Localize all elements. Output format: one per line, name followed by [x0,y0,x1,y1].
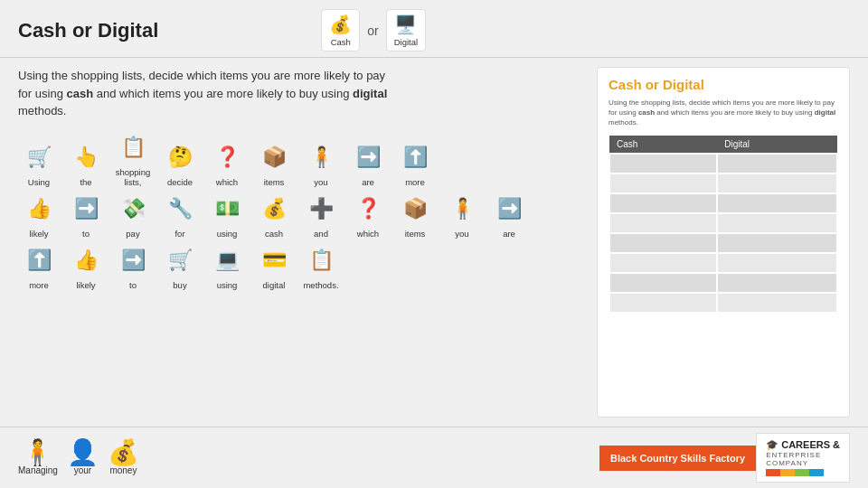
buy-word: buy [173,280,186,290]
to1-word: to [82,229,90,239]
cash-cell [609,193,717,213]
more2-pic: ⬆️ [21,242,57,278]
symbol-digital: 💳 digital [253,242,295,290]
more1-pic: ⬆️ [397,139,433,175]
footer-icons: 🧍 Managing 👤 your 💰 money [18,440,139,475]
digital-sym-pic: 💳 [256,242,292,278]
symbol-shopping: 📋 shopping lists, [112,129,154,187]
col-digital: Digital [717,136,837,154]
table-row [609,253,837,273]
digital-cell [717,213,837,233]
careers-line3: COMPANY [766,459,808,467]
careers-logo: 🎓 CAREERS & ENTERPRISE COMPANY [756,433,850,483]
pay-word: pay [126,229,139,239]
symbol-buy: 🛒 buy [159,242,201,290]
cash-cell [609,273,717,293]
to2-word: to [129,280,137,290]
symbol-you: 🧍 you [300,139,342,187]
cash-emoji: 💰 [329,14,352,35]
symbol-and: ➕ and [300,191,342,239]
are1-pic: ➡️ [350,139,386,175]
table-row [609,154,837,174]
color-bar [766,469,824,476]
digital-cell [717,273,837,293]
bcsf-line1: Black Country Skills Factory [610,453,745,464]
color4 [809,469,824,476]
careers-line1: 🎓 CAREERS & [766,439,840,451]
the-pic: 👆 [68,139,104,175]
symbol-which1: ❓ which [206,139,248,187]
you-pic: 🧍 [303,139,339,175]
table-row [609,193,837,213]
decide-word: decide [167,177,193,187]
you2-word: you [455,229,468,239]
you-word: you [314,177,327,187]
cash-cell [609,233,717,253]
which2-pic: ❓ [350,191,386,227]
footer-your: 👤 your [67,440,99,475]
cash-icon-box: 💰 Cash [321,9,360,52]
cash-pic: 💰 [256,191,292,227]
page-title: Cash or Digital [18,19,158,42]
and-word: and [314,229,328,239]
digital-cell [717,174,837,193]
digital-cell [717,253,837,273]
symbol-decide: 🤔 decide [159,139,201,187]
managing-word: Managing [18,465,58,475]
symbol-which2: ❓ which [347,191,389,239]
pay-pic: 💸 [115,191,151,227]
symbol-are1: ➡️ are [347,139,389,187]
cash-cell [609,213,717,233]
symbol-cash: 💰 cash [253,191,295,239]
table-row [609,293,837,313]
digital-cell [717,193,837,213]
digital-label: Digital [394,37,418,47]
likely1-word: likely [29,229,48,239]
footer-managing: 🧍 Managing [18,440,58,475]
buy-pic: 🛒 [162,242,198,278]
symbol-for: 🔧 for [159,191,201,239]
your-word: your [74,465,91,475]
likely2-word: likely [76,280,95,290]
symbol-the: 👆 the [65,139,107,187]
color1 [766,469,780,476]
symbol-to2: ➡️ to [112,242,154,290]
likely2-pic: 👍 [68,242,104,278]
shopping-word: shopping lists, [112,167,154,187]
items1-pic: 📦 [256,139,292,175]
likely1-pic: 👍 [21,191,57,227]
using3-word: using [217,280,238,290]
which1-word: which [216,177,238,187]
shopping-pic: 📋 [115,129,151,165]
using-word: Using [28,177,50,187]
desc-part3: methods. [609,118,638,127]
cash-cell [609,154,717,174]
methods-pic: 📋 [303,242,339,278]
more1-word: more [405,177,425,187]
footer-money: 💰 money [108,440,139,475]
symbol-using: 🛒 Using [18,139,60,187]
symbol-row-1: 🛒 Using 👆 the 📋 shopping lists, 🤔 decide [18,129,579,187]
digital-cell [717,233,837,253]
symbol-are2: ➡️ are [488,191,530,239]
left-panel: Using the shopping lists, decide which i… [18,67,579,418]
cash-cell [609,253,717,273]
instruction-text: Using the shopping lists, decide which i… [18,67,398,120]
using-pic: 🛒 [21,139,57,175]
symbol-items2: 📦 items [394,191,436,239]
worksheet-title: Cash or Digital [609,77,838,92]
symbol-likely2: 👍 likely [65,242,107,290]
managing-pic: 🧍 [22,440,53,465]
and-pic: ➕ [303,191,339,227]
which2-word: which [357,229,379,239]
desc-part2: and which items you are more likely to b… [655,108,815,117]
symbol-using2: 💵 using [206,191,248,239]
desc-cash: cash [638,108,655,117]
color3 [795,469,809,476]
desc-digital: digital [815,108,836,117]
symbol-you2: 🧍 you [441,191,483,239]
footer: 🧍 Managing 👤 your 💰 money Black Country … [0,427,868,488]
to1-pic: ➡️ [68,191,104,227]
table-row [609,233,837,253]
digital-icon-box: 🖥️ Digital [386,9,426,52]
